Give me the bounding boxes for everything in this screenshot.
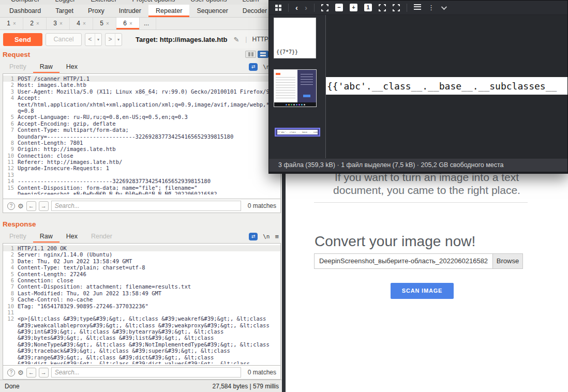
burp-module-tab[interactable]: Learn [234, 0, 266, 5]
editor-line: 10Connection: close [3, 153, 280, 159]
editor-line: 15Content-Disposition: form-data; name="… [3, 185, 280, 191]
burp-module-tab[interactable]: Target [48, 5, 81, 17]
view-tab[interactable]: Pretty [3, 61, 33, 73]
editor-line: 4Content-Type: text/plain; charset=utf-8 [3, 264, 280, 270]
editor-line: 1HTTP/1.1 200 OK [3, 245, 280, 251]
response-editor[interactable]: 1HTTP/1.1 200 OK 2Server: nginx/1.14.0 (… [3, 243, 281, 365]
prev-request-button[interactable]: < ▾ [85, 33, 102, 46]
fit-height-icon[interactable] [393, 4, 400, 11]
view-tab[interactable]: Raw [33, 61, 59, 73]
close-tab-icon[interactable]: × [59, 18, 63, 29]
close-tab-icon[interactable]: × [36, 18, 39, 29]
file-upload-input[interactable]: DeepinScreenshot_выберите-область_202206… [314, 253, 523, 269]
send-button[interactable]: Send [3, 33, 42, 46]
search-next-icon[interactable]: → [39, 201, 49, 211]
request-view-tabs: PrettyRawHex ⇄ \n ≡ [3, 60, 281, 73]
browse-button[interactable]: Browse [492, 254, 522, 268]
scan-image-button[interactable]: SCAN IMAGE [391, 283, 454, 299]
help-icon[interactable]: ? [7, 202, 15, 210]
editor-line: boundary=---------------------------3226… [3, 133, 280, 140]
close-tab-icon[interactable]: × [83, 18, 86, 29]
burp-module-tab[interactable]: Proxy [81, 5, 112, 17]
burp-module-tab[interactable]: Project options [125, 0, 183, 5]
repeater-number-tab[interactable]: 2× [23, 18, 47, 29]
payload-text-thumbnail[interactable]: {{7*7}}${7*7}<%= 7*7 %>${{7*7}} [274, 18, 316, 58]
close-tab-icon[interactable]: × [13, 18, 16, 29]
repeater-number-tab[interactable]: 1× [0, 18, 23, 29]
selected-payload-strip-thumbnail[interactable]: {{'abc'.__class__.__base__.__subclasses_… [275, 128, 320, 137]
layout-rows-button[interactable] [258, 51, 268, 58]
view-tab[interactable]: Pretty [3, 230, 33, 243]
editor-line: 7Content-Disposition: attachment; filena… [3, 283, 280, 290]
editor-line: 8Last-Modified: Thu, 02 Jun 2022 13:58:4… [3, 290, 280, 296]
target-url-label: Target: http://images.late.htb [136, 36, 227, 43]
page-tagline-line2: document, you came to the right place. [286, 184, 568, 197]
editor-menu-icon[interactable]: ≡ [275, 233, 279, 240]
search-prev-icon[interactable]: ← [26, 368, 36, 378]
help-icon[interactable]: ? [7, 369, 15, 376]
gear-icon[interactable]: ⚙ [18, 202, 24, 210]
close-tab-icon[interactable]: × [106, 18, 109, 29]
edit-target-pencil-icon[interactable]: ✎ [233, 36, 239, 43]
burp-top-tab-row: ComparerLoggerExtenderProject optionsUse… [0, 0, 283, 5]
burp-module-tab[interactable]: Logger [48, 0, 83, 5]
editor-line: &#39;weakcallableproxy&#39;&gt;, &lt;cla… [3, 322, 280, 328]
burp-module-tab[interactable]: Sequencer [189, 5, 235, 17]
list-view-icon[interactable] [414, 4, 421, 11]
file-name-value: DeepinScreenshot_выберите-область_202206… [315, 254, 492, 268]
more-options-icon[interactable]: ⋮ [428, 4, 435, 11]
editor-line: 14-----------------------------322692837… [3, 178, 280, 184]
repeater-number-tab[interactable]: 3× [47, 18, 70, 29]
editor-line: DeepinScreenshot_вÑ‹Ð±ÐµÑ€Ð¸Ñ‚Ðµ-Ð¾Ð±Ð»Ð… [3, 191, 280, 194]
expand-menu-icon[interactable] [441, 6, 445, 10]
burp-module-tab[interactable]: Dashboard [2, 5, 48, 17]
editor-line: 9Origin: http://images.late.htb [3, 146, 280, 152]
toolbar-separator: | [245, 36, 247, 43]
zoom-in-icon[interactable]: + [350, 4, 357, 11]
search-prev-icon[interactable]: ← [26, 201, 36, 211]
thumbnails-grid-icon[interactable] [275, 5, 281, 11]
editor-line: 3Date: Thu, 02 Jun 2022 13:58:49 GMT [3, 258, 280, 264]
chevron-down-icon[interactable]: ▾ [115, 34, 122, 46]
repeater-number-tab[interactable]: 5× [93, 18, 116, 29]
burp-module-tab[interactable]: Comparer [3, 0, 48, 5]
editor-line: 5Accept-Language: ru-RU,ru;q=0.8,en-US;q… [3, 114, 280, 120]
burp-status-bar: Done 27,584 bytes | 579 millis [0, 380, 283, 392]
repeater-number-tab[interactable]: ... [140, 18, 156, 29]
view-tab[interactable]: Hex [59, 61, 84, 73]
syntax-highlight-icon[interactable]: ⇄ [249, 63, 258, 71]
previous-image-icon[interactable]: ‹ [295, 4, 298, 11]
fit-width-icon[interactable] [379, 4, 386, 11]
gear-icon[interactable]: ⚙ [18, 369, 24, 376]
view-tab[interactable]: Hex [59, 230, 84, 243]
burp-module-tab[interactable]: User options [183, 0, 234, 5]
cancel-button[interactable]: Cancel [46, 33, 82, 46]
syntax-highlight-icon[interactable]: ⇄ [249, 233, 258, 240]
close-tab-icon[interactable]: × [129, 18, 132, 29]
repeater-number-tab[interactable]: 4× [70, 18, 93, 29]
next-request-button[interactable]: > ▾ [105, 33, 122, 46]
repeater-number-tab[interactable]: 6× [116, 18, 140, 29]
view-tab[interactable]: Raw [33, 230, 59, 243]
burp-module-tab[interactable]: Repeater [148, 5, 189, 17]
zoom-out-icon[interactable]: − [335, 4, 343, 11]
search-input[interactable] [51, 367, 241, 378]
search-next-icon[interactable]: → [39, 368, 49, 378]
burp-main-tab-row: DashboardTargetProxyIntruderRepeaterSequ… [0, 5, 283, 18]
show-newlines-icon[interactable]: \n [263, 233, 270, 240]
request-panel: Request PrettyRawHex ⇄ \n ≡ [0, 49, 283, 213]
chevron-down-icon[interactable]: ▾ [95, 34, 101, 46]
request-editor[interactable]: 1POST /scanner HTTP/1.1 2Host: images.la… [3, 73, 281, 199]
burp-module-tab[interactable]: Intruder [112, 5, 148, 17]
fit-window-icon[interactable] [321, 4, 328, 11]
burp-module-tab[interactable]: Extender [83, 0, 125, 5]
editor-line: 11Referer: http://images.late.htb/ [3, 159, 280, 165]
editor-line: &#39;bytes&#39;&gt;, &lt;class &#39;list… [3, 335, 280, 341]
search-input[interactable] [51, 201, 241, 211]
desktop-screenshot-thumbnail[interactable] [274, 69, 317, 107]
actual-size-icon[interactable]: 1 [364, 4, 372, 11]
view-tab[interactable]: Render [84, 230, 119, 243]
layout-columns-button[interactable] [245, 51, 256, 58]
next-image-icon[interactable]: › [305, 4, 307, 11]
burp-suite-window: ComparerLoggerExtenderProject optionsUse… [0, 0, 283, 392]
